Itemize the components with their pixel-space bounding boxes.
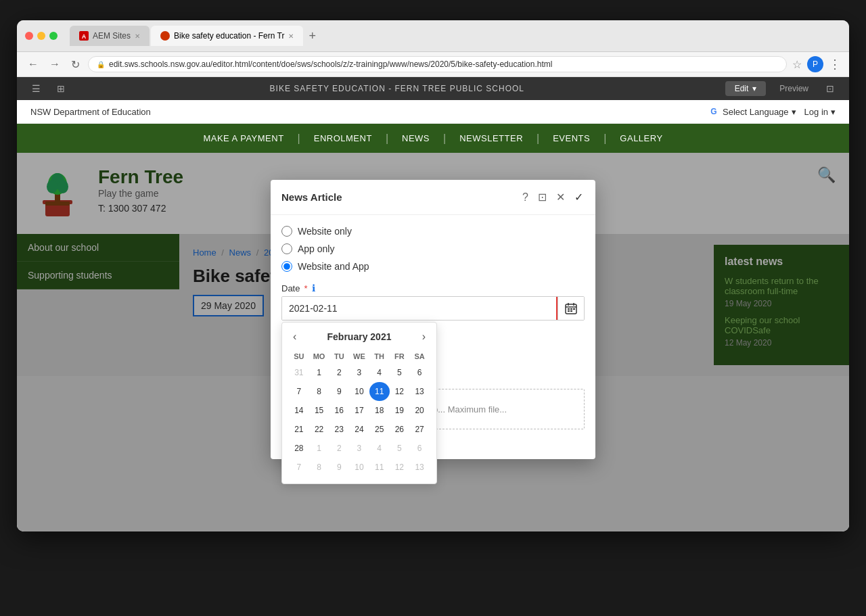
calendar-day-0-5[interactable]: 5 <box>390 363 410 382</box>
calendar-day-4-3: 3 <box>349 439 369 458</box>
back-button[interactable]: ← <box>25 57 41 72</box>
preview-button[interactable]: Preview <box>774 81 814 96</box>
calendar-day-2-1[interactable]: 15 <box>309 401 329 420</box>
calendar-day-4-2: 2 <box>329 439 349 458</box>
radio-app-only-label: App only <box>298 243 334 254</box>
tab-bike-safety[interactable]: Bike safety education - Fern Tr ✕ <box>151 26 303 46</box>
dialog-help-button[interactable]: ? <box>521 190 530 205</box>
news-article-dialog: News Article ? ⊡ ✕ ✓ Website only <box>271 180 595 459</box>
date-field-wrapper: ‹ February 2021 › SU MO <box>281 296 585 321</box>
radio-website-and-app-label: Website and App <box>298 261 369 272</box>
calendar-day-2-6[interactable]: 20 <box>409 401 430 420</box>
calendar-day-2-4[interactable]: 18 <box>369 401 390 420</box>
cal-header-we: WE <box>349 350 369 363</box>
bookmark-button[interactable]: ☆ <box>792 58 802 71</box>
calendar-day-5-0: 7 <box>289 458 309 477</box>
radio-website-only[interactable]: Website only <box>281 226 585 237</box>
close-traffic-light[interactable] <box>25 32 33 40</box>
login-chevron-icon: ▾ <box>831 107 836 117</box>
calendar-day-2-3[interactable]: 17 <box>349 401 369 420</box>
dialog-body: Website only App only Website and App <box>271 215 595 459</box>
calendar-day-1-2[interactable]: 9 <box>329 382 349 401</box>
refresh-button[interactable]: ↻ <box>68 57 83 72</box>
calendar-day-1-4[interactable]: 11 <box>369 382 390 401</box>
calendar-day-3-4[interactable]: 25 <box>369 420 390 439</box>
minimize-traffic-light[interactable] <box>37 32 45 40</box>
radio-website-only-input[interactable] <box>281 226 292 237</box>
profile-button[interactable]: P <box>807 56 823 72</box>
calendar-popup: ‹ February 2021 › SU MO <box>281 322 437 484</box>
calendar-day-3-0[interactable]: 21 <box>289 420 309 439</box>
calendar-day-5-2: 9 <box>329 458 349 477</box>
calendar-day-3-3[interactable]: 24 <box>349 420 369 439</box>
calendar-day-3-6[interactable]: 27 <box>409 420 430 439</box>
nav-item-news[interactable]: NEWS <box>388 124 443 153</box>
radio-app-only-input[interactable] <box>281 243 292 254</box>
calendar-day-4-1: 1 <box>309 439 329 458</box>
calendar-day-3-2[interactable]: 23 <box>329 420 349 439</box>
tab-close-aem[interactable]: ✕ <box>135 32 140 40</box>
browser-menu-button[interactable]: ⋮ <box>829 57 841 72</box>
nav-item-payment[interactable]: MAKE A PAYMENT <box>189 124 297 153</box>
nav-item-enrolment[interactable]: ENROLMENT <box>300 124 386 153</box>
required-marker: * <box>304 283 307 293</box>
calendar-day-5-4: 11 <box>369 458 390 477</box>
calendar-prev-button[interactable]: ‹ <box>289 329 300 344</box>
calendar-header: ‹ February 2021 › <box>289 329 430 344</box>
calendar-day-0-2[interactable]: 2 <box>329 363 349 382</box>
calendar-next-button[interactable]: › <box>418 329 430 344</box>
calendar-day-4-0[interactable]: 28 <box>289 439 309 458</box>
tab-aem-sites[interactable]: A AEM Sites ✕ <box>70 26 150 46</box>
lock-icon: 🔒 <box>97 61 105 68</box>
sidebar-toggle-button[interactable]: ☰ <box>28 82 45 95</box>
calendar-toggle-button[interactable] <box>557 297 584 320</box>
google-translate-widget[interactable]: G Select Language ▾ <box>708 105 796 118</box>
date-input[interactable] <box>282 297 557 320</box>
layout-button[interactable]: ⊞ <box>53 82 69 95</box>
edit-button[interactable]: Edit ▾ <box>725 81 767 96</box>
cal-header-mo: MO <box>309 350 329 363</box>
radio-website-and-app[interactable]: Website and App <box>281 261 585 272</box>
forward-button[interactable]: → <box>47 57 63 72</box>
dialog-close-button[interactable]: ✕ <box>555 189 566 205</box>
calendar-day-4-6: 6 <box>409 439 430 458</box>
login-button[interactable]: Log in ▾ <box>804 107 836 117</box>
cal-header-fr: FR <box>390 350 410 363</box>
calendar-day-0-3[interactable]: 3 <box>349 363 369 382</box>
calendar-day-0-4[interactable]: 4 <box>369 363 390 382</box>
fullscreen-traffic-light[interactable] <box>49 32 58 40</box>
radio-website-only-label: Website only <box>298 226 352 237</box>
calendar-day-1-0[interactable]: 7 <box>289 382 309 401</box>
page-content: Fern Tree Play the game T: 1300 307 472 … <box>17 153 849 531</box>
calendar-day-1-5[interactable]: 12 <box>390 382 410 401</box>
site-nav: MAKE A PAYMENT | ENROLMENT | NEWS | NEWS… <box>17 124 849 153</box>
nav-item-newsletter[interactable]: NEWSLETTER <box>446 124 537 153</box>
calendar-day-2-5[interactable]: 19 <box>390 401 410 420</box>
site-header-right: G Select Language ▾ Log in ▾ <box>708 105 836 118</box>
google-logo: G <box>708 105 720 118</box>
new-tab-button[interactable]: + <box>304 29 320 43</box>
calendar-day-3-5[interactable]: 26 <box>390 420 410 439</box>
dialog-confirm-button[interactable]: ✓ <box>573 189 585 205</box>
fullscreen-icon[interactable]: ⊡ <box>822 82 838 95</box>
nav-item-gallery[interactable]: GALLERY <box>606 124 676 153</box>
radio-website-and-app-input[interactable] <box>281 261 292 272</box>
calendar-day-2-0[interactable]: 14 <box>289 401 309 420</box>
calendar-day-2-2[interactable]: 16 <box>329 401 349 420</box>
calendar-day-0-1[interactable]: 1 <box>309 363 329 382</box>
calendar-day-1-1[interactable]: 8 <box>309 382 329 401</box>
calendar-day-1-3[interactable]: 10 <box>349 382 369 401</box>
calendar-day-5-1: 8 <box>309 458 329 477</box>
svg-rect-19 <box>570 310 572 312</box>
calendar-day-1-6[interactable]: 13 <box>409 382 430 401</box>
calendar-day-0-6[interactable]: 6 <box>409 363 430 382</box>
calendar-day-3-1[interactable]: 22 <box>309 420 329 439</box>
url-box[interactable]: 🔒 edit.sws.schools.nsw.gov.au/editor.htm… <box>88 56 787 72</box>
calendar-grid: SU MO TU WE TH FR SA <box>289 350 430 477</box>
radio-app-only[interactable]: App only <box>281 243 585 254</box>
nav-item-events[interactable]: EVENTS <box>539 124 603 153</box>
dialog-fullscreen-button[interactable]: ⊡ <box>537 189 548 205</box>
tab-favicon-bike <box>160 31 170 41</box>
address-bar: ← → ↻ 🔒 edit.sws.schools.nsw.gov.au/edit… <box>17 52 849 77</box>
tab-close-bike[interactable]: ✕ <box>288 32 294 40</box>
